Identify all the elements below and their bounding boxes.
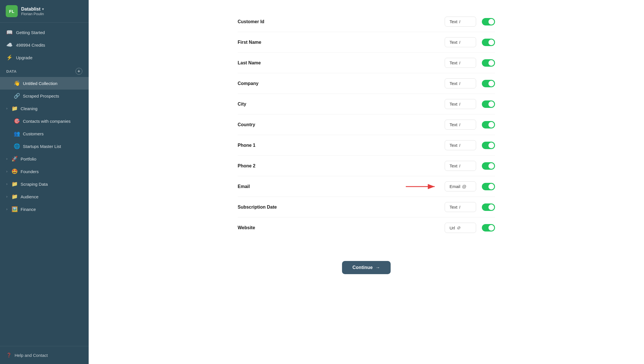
collection-icon: 👋 — [14, 80, 20, 86]
app-name[interactable]: Datablist ▾ — [21, 7, 44, 12]
toggle-company[interactable] — [482, 80, 495, 87]
getting-started-label: Getting Started — [16, 30, 45, 35]
type-icon-company: I — [459, 81, 460, 86]
toggle-customer_id[interactable] — [482, 18, 495, 25]
field-row-subscription_date: Subscription DateTextI — [238, 197, 495, 217]
sidebar-item-untitled[interactable]: 👋Untitled Collection — [0, 77, 89, 90]
sidebar-item-credits[interactable]: ☁️ 498994 Credits — [0, 39, 89, 51]
toggle-country[interactable] — [482, 121, 495, 128]
field-row-phone1: Phone 1TextI — [238, 135, 495, 156]
collection-icon: 🤩 — [11, 168, 18, 175]
type-badge-city[interactable]: TextI — [445, 99, 476, 109]
upgrade-icon: ⚡ — [6, 54, 13, 61]
type-label-country: Text — [450, 122, 458, 127]
type-badge-customer_id[interactable]: TextI — [445, 17, 476, 27]
type-badge-last_name[interactable]: TextI — [445, 58, 476, 68]
type-icon-city: I — [459, 102, 460, 106]
field-name-subscription_date: Subscription Date — [238, 205, 399, 210]
continue-button[interactable]: Continue → — [342, 261, 390, 274]
sidebar-footer: ❓ Help and Contact — [0, 346, 89, 364]
sidebar-nav: 📖 Getting Started ☁️ 498994 Credits ⚡ Up… — [0, 23, 89, 219]
toggle-first_name[interactable] — [482, 39, 495, 46]
field-row-city: CityTextI — [238, 94, 495, 114]
collection-label: Scraping Data — [21, 182, 48, 187]
type-badge-subscription_date[interactable]: TextI — [445, 202, 476, 212]
toggle-last_name[interactable] — [482, 59, 495, 67]
type-label-company: Text — [450, 81, 458, 86]
type-badge-phone2[interactable]: TextI — [445, 161, 476, 171]
data-section-header: Data + — [0, 64, 89, 77]
type-badge-first_name[interactable]: TextI — [445, 37, 476, 47]
type-label-email: Email — [450, 184, 460, 189]
sidebar-item-help[interactable]: ❓ Help and Contact — [6, 350, 82, 360]
type-icon-website: ⊘ — [457, 225, 460, 230]
sidebar-item-audience[interactable]: ›📁Audience — [0, 190, 89, 203]
collection-label: Contacts with companies — [23, 119, 71, 124]
toggle-email[interactable] — [482, 183, 495, 190]
field-row-website: WebsiteUrl⊘ — [238, 217, 495, 238]
type-badge-phone1[interactable]: TextI — [445, 140, 476, 150]
field-name-first_name: First Name — [238, 40, 399, 45]
field-row-email: Email Email@ — [238, 176, 495, 197]
type-icon-last_name: I — [459, 60, 460, 65]
help-label: Help and Contact — [15, 353, 48, 358]
sidebar-item-founders[interactable]: ›🤩Founders — [0, 165, 89, 178]
chevron-right-icon: › — [6, 182, 7, 186]
sidebar-item-contacts[interactable]: 🎯Contacts with companies — [0, 115, 89, 127]
collection-label: Untitled Collection — [23, 81, 57, 86]
continue-arrow-icon: → — [375, 265, 380, 270]
collection-icon: 📁 — [11, 181, 18, 187]
sidebar-item-customers[interactable]: 👥Customers — [0, 127, 89, 140]
field-name-website: Website — [238, 225, 399, 230]
book-icon: 📖 — [6, 29, 13, 35]
toggle-subscription_date[interactable] — [482, 203, 495, 211]
field-row-country: CountryTextI — [238, 114, 495, 135]
sidebar-item-upgrade[interactable]: ⚡ Upgrade — [0, 51, 89, 64]
sidebar-item-scraped[interactable]: 🔗Scraped Prospects — [0, 90, 89, 102]
sidebar: FL Datablist ▾ Florian Poulin 📖 Getting … — [0, 0, 89, 364]
continue-label: Continue — [352, 265, 373, 270]
type-icon-email: @ — [462, 184, 466, 189]
fields-table: Customer IdTextIFirst NameTextILast Name… — [238, 11, 495, 274]
sidebar-item-startups[interactable]: 🌐Startups Master List — [0, 140, 89, 153]
collection-label: Founders — [21, 169, 39, 174]
field-name-country: Country — [238, 122, 399, 127]
add-collection-button[interactable]: + — [75, 68, 82, 75]
arrow-container-email — [405, 182, 439, 191]
sidebar-item-finance[interactable]: ›🖼️Finance — [0, 203, 89, 215]
type-badge-company[interactable]: TextI — [445, 78, 476, 88]
collection-label: Audience — [21, 194, 39, 199]
type-badge-country[interactable]: TextI — [445, 120, 476, 130]
type-icon-first_name: I — [459, 40, 460, 45]
toggle-phone2[interactable] — [482, 162, 495, 170]
toggle-city[interactable] — [482, 100, 495, 108]
type-icon-customer_id: I — [459, 19, 460, 24]
field-name-customer_id: Customer Id — [238, 19, 399, 24]
type-icon-phone1: I — [459, 143, 460, 148]
collection-icon: 👥 — [14, 130, 20, 137]
field-row-company: CompanyTextI — [238, 73, 495, 94]
collection-label: Finance — [21, 207, 36, 212]
sidebar-item-getting-started[interactable]: 📖 Getting Started — [0, 26, 89, 39]
field-row-phone2: Phone 2TextI — [238, 156, 495, 176]
collection-icon: 🌐 — [14, 143, 20, 149]
sidebar-header[interactable]: FL Datablist ▾ Florian Poulin — [0, 0, 89, 23]
field-row-first_name: First NameTextI — [238, 32, 495, 53]
sidebar-item-scraping[interactable]: ›📁Scraping Data — [0, 178, 89, 190]
toggle-phone1[interactable] — [482, 142, 495, 149]
collection-icon: 🎯 — [14, 118, 20, 124]
toggle-website[interactable] — [482, 224, 495, 232]
collection-icon: 📁 — [11, 193, 18, 200]
field-name-phone1: Phone 1 — [238, 143, 399, 148]
type-icon-phone2: I — [459, 163, 460, 168]
red-arrow-email — [405, 182, 439, 191]
user-name-label: Florian Poulin — [21, 12, 44, 16]
chevron-right-icon: › — [6, 157, 7, 161]
type-badge-website[interactable]: Url⊘ — [445, 223, 476, 233]
collection-icon: 🔗 — [14, 93, 20, 99]
chevron-right-icon: › — [6, 106, 7, 110]
field-name-company: Company — [238, 81, 399, 86]
sidebar-item-portfolio[interactable]: ›🚀Portfolio — [0, 153, 89, 165]
sidebar-item-cleaning[interactable]: ›📁Cleaning — [0, 102, 89, 115]
type-badge-email[interactable]: Email@ — [445, 181, 476, 191]
